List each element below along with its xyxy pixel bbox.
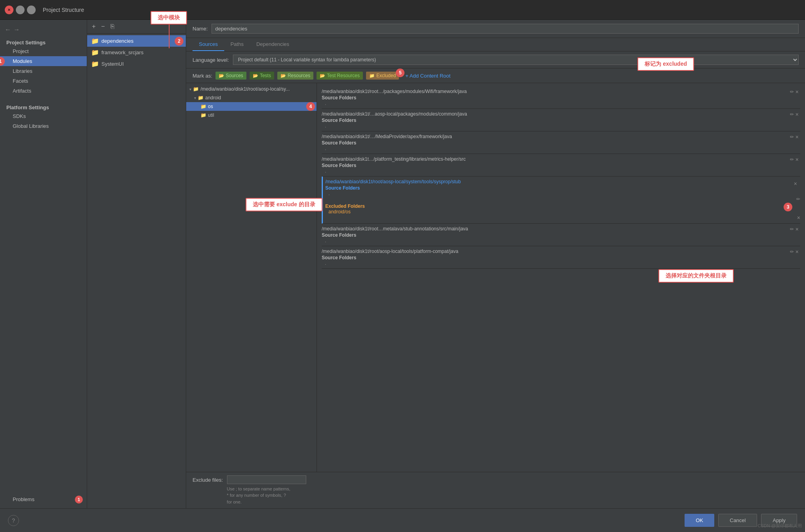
sidebar-item-artifacts-label: Artifacts xyxy=(13,88,31,94)
ok-button[interactable]: OK xyxy=(685,514,714,527)
back-button[interactable]: ← xyxy=(5,26,11,33)
path-excluded-actions: × xyxy=(325,215,800,221)
sidebar-item-artifacts[interactable]: Artifacts xyxy=(0,86,87,96)
path-delete-1[interactable]: × xyxy=(795,89,799,95)
path-entry-2: /media/wanbiao/disk1t/…aosp-local/packag… xyxy=(322,109,800,131)
watermark: CSDN @安仔都有人用 xyxy=(758,523,802,529)
path-entry-7: /media/wanbiao/disk1t/root/aosp-local/to… xyxy=(322,246,800,269)
window-controls[interactable]: × xyxy=(5,6,36,14)
tree-android-label: android xyxy=(205,95,221,101)
minimize-button[interactable] xyxy=(16,6,25,14)
callout-need-exclude-text: 选中需要 exclude 的目录 xyxy=(246,198,322,211)
mark-sources-button[interactable]: 📂 Sources xyxy=(216,72,246,80)
sidebar-item-problems[interactable]: Problems 1 xyxy=(0,494,87,504)
sources-icon: 📂 xyxy=(219,73,224,78)
path-delete-4[interactable]: × xyxy=(795,156,799,163)
path-delete-6[interactable]: × xyxy=(795,226,799,232)
add-content-root-button[interactable]: + Add Content Root xyxy=(405,73,450,79)
sidebar-item-libraries[interactable]: Libraries xyxy=(0,66,87,76)
resources-icon: 📂 xyxy=(280,73,286,78)
exclude-files-hint: Use ; to separate name patterns, * for a… xyxy=(227,486,306,505)
path-label-5: Source Folders xyxy=(325,185,800,191)
path-edit-1[interactable]: ✏ xyxy=(790,89,794,95)
sidebar-item-modules[interactable]: Modules 1 xyxy=(0,56,87,66)
path-sub-1: . xyxy=(322,101,800,106)
exclude-row: Exclude files: Use ; to separate name pa… xyxy=(186,472,805,509)
path-sub-5: . xyxy=(325,191,800,196)
path-delete-3[interactable]: × xyxy=(795,134,799,140)
module-item-systemui-label: SystemUI xyxy=(101,61,124,67)
remove-module-button[interactable]: − xyxy=(99,22,106,31)
module-item-framework-srcjars[interactable]: 📁 framework_srcjars xyxy=(87,47,186,58)
tree-util[interactable]: 📁 util xyxy=(186,111,317,120)
copy-module-button[interactable]: ⎘ xyxy=(109,22,116,31)
path-delete-5[interactable]: × xyxy=(794,180,797,187)
mark-tests-button[interactable]: 📂 Tests xyxy=(250,72,274,80)
problems-section: Problems 1 xyxy=(0,490,87,504)
module-item-systemui[interactable]: 📁 SystemUI xyxy=(87,58,186,70)
path-edit-3[interactable]: ✏ xyxy=(790,134,794,140)
mark-resources-button[interactable]: 📂 Resources xyxy=(277,72,313,80)
module-list: 📁 dependencies 2 📁 framework_srcjars 📁 S… xyxy=(87,34,186,508)
main-content: ← → Project Settings Project Modules 1 L… xyxy=(0,20,805,508)
path-text-1: /media/wanbiao/disk1t/root…/packages/mod… xyxy=(322,89,800,94)
exclude-files-input[interactable] xyxy=(227,475,306,484)
path-actions-3: ✏ × xyxy=(790,134,799,140)
sidebar-item-facets[interactable]: Facets xyxy=(0,76,87,86)
tree-root[interactable]: ▾ 📁 /media/wanbiao/disk1t/root/aosp-loca… xyxy=(186,85,317,93)
path-sub-2: . xyxy=(322,123,800,129)
language-level-select[interactable]: Project default (11 - Local variable syn… xyxy=(233,55,799,65)
callout-select-module-text: 选中模块 xyxy=(151,11,187,25)
path-actions-4: ✏ × xyxy=(790,156,799,163)
path-sub-6: . xyxy=(322,238,800,243)
mark-test-resources-button[interactable]: 📂 Test Resources xyxy=(317,72,363,80)
sidebar-item-libraries-label: Libraries xyxy=(13,68,32,74)
path-excluded-delete[interactable]: × xyxy=(797,215,800,221)
callout-excluded-text: 标记为 excluded xyxy=(637,57,694,71)
excluded-icon: 📁 xyxy=(369,73,375,78)
path-delete-7[interactable]: × xyxy=(795,249,799,255)
path-entry-5: /media/wanbiao/disk1t/root/aosp-local/sy… xyxy=(322,177,800,224)
path-label-1: Source Folders xyxy=(322,95,800,101)
path-delete-2[interactable]: × xyxy=(795,111,799,118)
path-label-4: Source Folders xyxy=(322,163,800,168)
content-area: Name: Sources Paths Dependencies Languag… xyxy=(186,20,805,508)
tree-os[interactable]: 📁 os 4 xyxy=(186,102,317,111)
folder-icon-framework: 📁 xyxy=(91,49,99,56)
path-edit-2[interactable]: ✏ xyxy=(790,111,794,118)
close-button[interactable]: × xyxy=(5,6,13,14)
name-label: Name: xyxy=(193,26,208,32)
help-button[interactable]: ? xyxy=(8,515,19,526)
tab-sources[interactable]: Sources xyxy=(193,38,224,51)
tree-android[interactable]: ▾ 📁 android xyxy=(186,93,317,102)
path-edit-6[interactable]: ✏ xyxy=(790,226,794,232)
tab-paths[interactable]: Paths xyxy=(224,38,250,51)
sidebar-item-project[interactable]: Project xyxy=(0,46,87,56)
path-edit-7[interactable]: ✏ xyxy=(790,249,794,255)
path-text-2: /media/wanbiao/disk1t/…aosp-local/packag… xyxy=(322,111,800,117)
name-input[interactable] xyxy=(212,24,799,34)
bottom-bar: ? OK Cancel Apply xyxy=(0,508,805,532)
tree-expand-icon: ▾ xyxy=(189,87,191,91)
mark-as-label: Mark as: xyxy=(193,73,212,79)
path-entry-3: /media/wanbiao/disk1t/…/MediaProvider/ap… xyxy=(322,131,800,154)
sidebar: ← → Project Settings Project Modules 1 L… xyxy=(0,20,87,508)
add-module-button[interactable]: + xyxy=(90,22,97,31)
cancel-button[interactable]: Cancel xyxy=(718,514,757,527)
mark-excluded-button[interactable]: 📁 Excluded 5 xyxy=(366,72,399,80)
path-excluded-sub: android/os xyxy=(325,209,800,215)
tab-dependencies[interactable]: Dependencies xyxy=(250,38,296,51)
module-panel: + − ⎘ 📁 dependencies 2 📁 framework_srcja… xyxy=(87,20,186,508)
path-sub-4: . xyxy=(322,168,800,174)
path-label-3: Source Folders xyxy=(322,140,800,146)
path-text-4: /media/wanbiao/disk1t…/platform_testing/… xyxy=(322,156,800,162)
sidebar-item-sdks[interactable]: SDKs xyxy=(0,111,87,121)
forward-button[interactable]: → xyxy=(13,26,20,33)
path-edit-5[interactable]: ✏ xyxy=(796,196,800,202)
tree-panel: ▾ 📁 /media/wanbiao/disk1t/root/aosp-loca… xyxy=(186,83,317,472)
tree-root-label: /media/wanbiao/disk1t/root/aosp-local/sy… xyxy=(200,86,290,92)
maximize-button[interactable] xyxy=(27,6,36,14)
mark-excluded-label: Excluded xyxy=(376,73,396,78)
path-edit-4[interactable]: ✏ xyxy=(790,156,794,163)
sidebar-item-global-libraries[interactable]: Global Libraries xyxy=(0,121,87,131)
